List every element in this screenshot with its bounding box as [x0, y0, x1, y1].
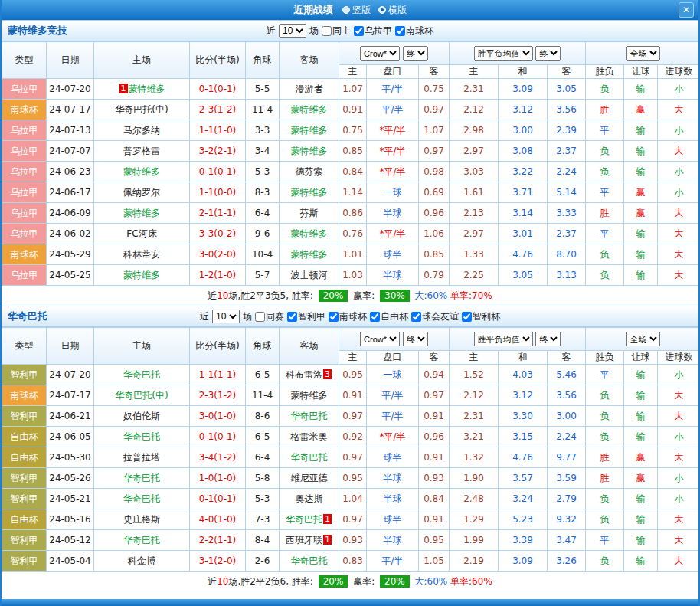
- date-cell: 24-07-17: [47, 385, 94, 406]
- score-cell: 2-3(1-2): [190, 385, 246, 406]
- handicap-result-cell: 赢: [624, 203, 658, 224]
- checkbox-input[interactable]: [462, 312, 472, 322]
- match-row: 智利甲24-05-26华奇巴托1-0(1-0)5-8维尼亚德0.95半球0.93…: [2, 468, 700, 489]
- filter-checkbox[interactable]: 同赛: [255, 310, 284, 323]
- layout-radio-vertical[interactable]: 竖版: [342, 4, 371, 17]
- avg-odds-select[interactable]: 胜平负均值: [474, 46, 533, 61]
- checkbox-input[interactable]: [354, 26, 364, 36]
- home-team-cell: 1蒙特维多: [94, 79, 190, 100]
- scope-select[interactable]: 全场: [626, 46, 660, 61]
- summary-part: 赢率:: [350, 290, 378, 303]
- avg-odds-select[interactable]: 胜平负均值: [474, 332, 533, 346]
- filter-checkbox[interactable]: 智利甲: [287, 310, 325, 323]
- league-type-cell: 乌拉甲: [2, 141, 47, 162]
- avg-draw-cell: 3.05: [499, 265, 548, 286]
- sub-away: 客: [419, 65, 450, 79]
- handicap-result-cell: 输: [624, 244, 658, 265]
- league-type-cell: 智利甲: [2, 365, 47, 385]
- corner-cell: 10-4: [246, 244, 280, 265]
- filter-checkbox[interactable]: 南球杯: [395, 25, 433, 38]
- summary-part: 20%: [380, 575, 410, 588]
- summary-part: 赢率:: [350, 575, 378, 588]
- date-cell: 24-05-29: [47, 244, 94, 265]
- result-cell: 负: [586, 509, 624, 530]
- corner-cell: 7-3: [246, 509, 280, 530]
- league-filter-checkboxes: 同主乌拉甲南球杯: [322, 25, 433, 38]
- corner-cell: 11-4: [246, 385, 280, 406]
- date-cell: 24-07-13: [47, 120, 94, 141]
- avg-draw-cell: 5.23: [499, 509, 548, 530]
- match-count-select[interactable]: 10: [279, 24, 306, 38]
- filter-checkbox[interactable]: 同主: [322, 25, 351, 38]
- sub-home: 主: [339, 65, 367, 79]
- result-cell: 负: [586, 265, 624, 286]
- date-cell: 24-06-05: [47, 427, 94, 447]
- checkbox-input[interactable]: [255, 312, 265, 322]
- close-button[interactable]: ✕: [679, 2, 694, 18]
- odds-time-select[interactable]: 终: [403, 332, 428, 346]
- filter-checkbox[interactable]: 智利杯: [462, 310, 500, 323]
- handicap-cell: 半球: [367, 468, 419, 489]
- bottom-frame-bar: [2, 599, 698, 606]
- odds-group-header: Crow* 终: [339, 328, 450, 351]
- result-cell: 负: [586, 244, 624, 265]
- bookmaker-select[interactable]: Crow*: [360, 332, 400, 346]
- avg-away-cell: 2.24: [548, 427, 586, 447]
- filter-checkbox[interactable]: 乌拉甲: [354, 25, 392, 38]
- checkbox-label: 南球杯: [406, 25, 433, 38]
- checkbox-input[interactable]: [370, 312, 380, 322]
- result-cell: 平: [586, 224, 624, 244]
- home-team-cell: 华奇巴托: [94, 365, 190, 385]
- team-name: 芬斯: [300, 208, 319, 218]
- match-row: 自由杯24-06-05华奇巴托0-1(0-1)6-5格雷米奥0.92*平/半0.…: [2, 427, 700, 447]
- away-team-cell: 蒙特维多: [280, 141, 339, 162]
- checkbox-input[interactable]: [287, 312, 297, 322]
- checkbox-input[interactable]: [322, 26, 332, 36]
- col-corner: 角球: [246, 42, 280, 79]
- league-filter-checkboxes: 同赛智利甲南球杯自由杯球会友谊智利杯: [255, 310, 500, 323]
- team-name: 波士顿河: [291, 270, 328, 280]
- corner-cell: 8-3: [246, 182, 280, 203]
- corner-cell: 3-4: [246, 141, 280, 162]
- match-row: 乌拉甲24-06-17佩纳罗尔1-1(0-0)8-3蒙特维多1.14一球0.69…: [2, 182, 700, 203]
- odds-home-cell: 1.04: [339, 489, 367, 509]
- filter-checkbox[interactable]: 自由杯: [370, 310, 408, 323]
- avg-away-cell: 3.59: [548, 468, 586, 489]
- checkbox-label: 南球杯: [339, 310, 367, 323]
- league-type-cell: 乌拉甲: [2, 162, 47, 182]
- handicap-result-cell: 输: [624, 141, 658, 162]
- odds-home-cell: 0.76: [339, 224, 367, 244]
- corner-cell: 6-5: [246, 365, 280, 385]
- league-type-cell: 自由杯: [2, 509, 47, 530]
- layout-radio-horizontal[interactable]: 横版: [378, 4, 407, 17]
- avg-home-cell: 1.52: [450, 365, 499, 385]
- checkbox-input[interactable]: [395, 26, 405, 36]
- avg-away-cell: 5.14: [548, 182, 586, 203]
- away-team-cell: 蒙特维多: [280, 100, 339, 120]
- handicap-cell: 半球: [367, 203, 419, 224]
- checkbox-input[interactable]: [411, 312, 421, 322]
- avg-time-select[interactable]: 终: [535, 332, 561, 346]
- filter-checkbox[interactable]: 南球杯: [329, 310, 367, 323]
- summary-part: 20%: [319, 575, 348, 588]
- bookmaker-select[interactable]: Crow*: [360, 46, 400, 61]
- score-cell: 1-0(1-0): [190, 468, 246, 489]
- avg-time-select[interactable]: 终: [535, 46, 561, 61]
- odds-home-cell: 0.95: [339, 468, 367, 489]
- checkbox-input[interactable]: [329, 312, 339, 322]
- team-name: 蒙特维多: [291, 187, 328, 198]
- team-name: 漫游者: [296, 84, 323, 94]
- odds-time-select[interactable]: 终: [403, 46, 428, 61]
- match-count-select[interactable]: 10: [212, 310, 240, 323]
- goals-result-cell: 大: [658, 447, 700, 468]
- team-name: 蒙特维多: [123, 208, 160, 218]
- home-team-cell: 华奇巴托: [94, 530, 190, 551]
- team-name: 蒙特维多: [291, 104, 328, 115]
- date-cell: 24-06-09: [47, 203, 94, 224]
- scope-select[interactable]: 全场: [626, 332, 660, 346]
- team-name: 格雷米奥: [291, 431, 328, 442]
- filter-checkbox[interactable]: 球会友谊: [411, 310, 459, 323]
- away-team-cell: 华奇巴托1: [280, 509, 339, 530]
- avg-home-cell: 2.31: [450, 406, 499, 427]
- away-team-cell: 蒙特维多: [280, 120, 339, 141]
